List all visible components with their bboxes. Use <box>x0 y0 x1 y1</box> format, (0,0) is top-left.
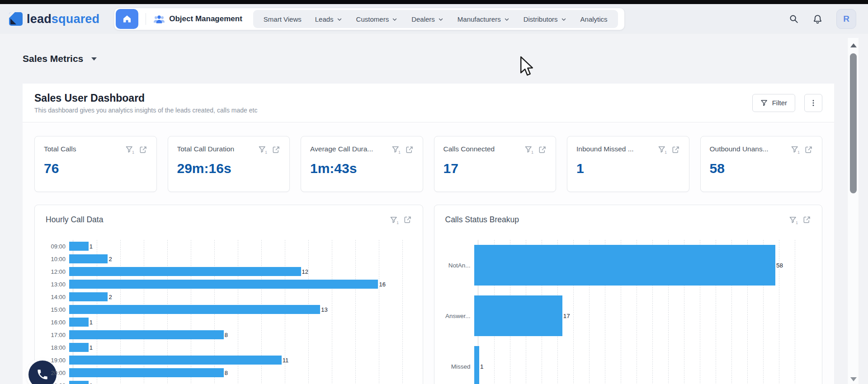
leadsquared-logo-icon <box>9 12 23 26</box>
tile-filter-button[interactable] <box>791 145 800 154</box>
kpi-label: Total Calls <box>44 145 76 153</box>
kpi-row: Total Calls 76 Total Call Duration <box>34 136 822 192</box>
vertical-scrollbar[interactable] <box>847 38 859 384</box>
top-navigation-bar: leadsquared Object Management Sm <box>0 4 868 34</box>
category-label: 20:00 <box>46 370 69 376</box>
category-label: Missed <box>445 363 474 370</box>
kpi-card-outbound-unanswered: Outbound Unans... 58 <box>700 136 823 192</box>
tile-filter-button[interactable] <box>392 145 401 154</box>
dashboard-panel: Sales User Dashboard This dashboard give… <box>23 84 834 384</box>
user-avatar[interactable]: R <box>836 9 856 29</box>
bar[interactable] <box>69 318 89 327</box>
bar[interactable] <box>69 381 89 384</box>
funnel-1-icon <box>125 145 134 154</box>
kpi-value: 29m:16s <box>177 161 281 176</box>
category-label: 17:00 <box>46 332 69 338</box>
notifications-button[interactable] <box>812 14 823 24</box>
nav-item-customers[interactable]: Customers <box>349 10 405 28</box>
dashboard-subtitle: This dashboard gives you analytics insig… <box>34 107 257 114</box>
tile-filter-button[interactable] <box>658 145 667 154</box>
tile-expand-button[interactable] <box>139 145 147 154</box>
kpi-value: 76 <box>44 161 147 176</box>
bar[interactable] <box>69 242 89 251</box>
tile-expand-button[interactable] <box>405 145 414 154</box>
home-icon <box>122 14 132 24</box>
category-label: 14:00 <box>46 294 69 300</box>
tile-expand-button[interactable] <box>403 215 412 224</box>
chart-card-calls-status-breakup: Calls Status Breakup NotAn... 58 <box>434 205 823 384</box>
funnel-icon <box>760 99 768 107</box>
home-button[interactable] <box>116 9 138 29</box>
nav-item-analytics[interactable]: Analytics <box>574 10 614 28</box>
category-label: 09:00 <box>46 243 69 250</box>
external-link-icon <box>405 145 414 154</box>
scrollbar-thumb[interactable] <box>850 53 857 193</box>
value-label: 1 <box>480 363 484 370</box>
value-label: 13 <box>321 306 327 313</box>
value-label: 17 <box>563 313 570 319</box>
nav-shell: Object Management Smart Views Leads Cust… <box>114 8 624 30</box>
value-label: 1 <box>90 344 93 351</box>
search-button[interactable] <box>789 14 799 24</box>
category-label: 10:00 <box>46 256 69 262</box>
dashboard-selector-caret-icon[interactable] <box>91 57 97 61</box>
nav-item-distributors[interactable]: Distributors <box>517 10 574 28</box>
object-management-menu[interactable]: Object Management <box>153 14 242 24</box>
nav-item-leads[interactable]: Leads <box>308 10 349 28</box>
bar[interactable] <box>69 305 320 314</box>
chart-row: 18:00 1 <box>46 341 412 354</box>
bar[interactable] <box>69 280 378 289</box>
scroll-up-arrow[interactable] <box>850 43 857 47</box>
tile-filter-button[interactable] <box>390 215 399 225</box>
tile-filter-button[interactable] <box>524 145 533 154</box>
bar[interactable] <box>69 254 108 263</box>
bar[interactable] <box>69 267 301 276</box>
scroll-down-arrow[interactable] <box>850 377 857 381</box>
chart-row: 09:00 1 <box>46 240 412 253</box>
tile-expand-button[interactable] <box>802 215 811 224</box>
tile-filter-button[interactable] <box>258 145 267 154</box>
bar[interactable] <box>69 292 108 301</box>
kpi-label: Total Call Duration <box>177 145 235 153</box>
category-label: 19:00 <box>46 357 69 364</box>
value-label: 11 <box>283 357 289 364</box>
filter-button[interactable]: Filter <box>752 94 795 112</box>
brand-wordmark: leadsquared <box>27 12 99 26</box>
calls-status-breakup-plot: NotAn... 58 Answer... 17 Missed 1 <box>445 240 811 384</box>
tile-expand-button[interactable] <box>272 145 280 154</box>
nav-item-dealers[interactable]: Dealers <box>405 10 451 28</box>
value-label: 1 <box>90 243 93 250</box>
tile-filter-button[interactable] <box>125 145 134 154</box>
nav-item-manufacturers[interactable]: Manufacturers <box>451 10 517 28</box>
bar[interactable] <box>69 330 224 339</box>
dashboard-actions: Filter <box>752 94 822 112</box>
bar[interactable] <box>474 346 479 384</box>
tile-expand-button[interactable] <box>671 145 680 154</box>
bar[interactable] <box>69 343 89 352</box>
tile-expand-button[interactable] <box>804 145 813 154</box>
bar[interactable] <box>474 245 776 286</box>
chart-title: Calls Status Breakup <box>445 215 519 225</box>
top-strip <box>0 0 868 4</box>
more-options-button[interactable] <box>804 94 822 112</box>
nav-item-smart-views[interactable]: Smart Views <box>257 10 308 28</box>
bar[interactable] <box>474 295 562 336</box>
value-label: 8 <box>225 370 228 376</box>
value-label: 2 <box>108 294 112 300</box>
chart-card-hourly-call-data: Hourly Call Data 09:00 1 10: <box>34 205 423 384</box>
external-link-icon <box>272 145 280 154</box>
bell-icon <box>812 14 823 24</box>
category-label: Answer... <box>445 313 474 319</box>
bar[interactable] <box>69 356 282 365</box>
chevron-down-icon <box>392 16 398 23</box>
leadsquared-logo[interactable]: leadsquared <box>9 12 99 26</box>
tile-filter-button[interactable] <box>789 215 798 225</box>
funnel-1-icon <box>524 145 533 154</box>
tile-expand-button[interactable] <box>538 145 547 154</box>
chart-row: 14:00 2 <box>46 290 412 303</box>
chart-title: Hourly Call Data <box>46 215 103 225</box>
kpi-value: 58 <box>710 161 813 176</box>
page-title-row: Sales Metrics <box>0 34 868 84</box>
chart-row: 12:00 12 <box>46 265 412 278</box>
bar[interactable] <box>69 368 224 377</box>
